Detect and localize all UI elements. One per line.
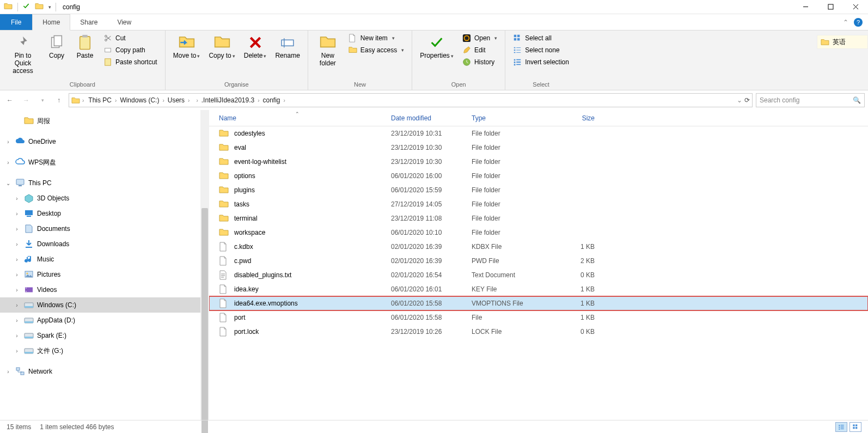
back-button[interactable]: ← [3, 94, 16, 107]
tree-node[interactable]: ›Spark (E:) [0, 328, 200, 343]
tab-view[interactable]: View [107, 14, 141, 30]
twisty-icon[interactable]: › [13, 318, 21, 324]
tree-scrollbar[interactable] [200, 110, 209, 420]
select-all-button[interactable]: Select all [510, 33, 572, 44]
move-to-button[interactable]: Move to▾ [170, 33, 204, 61]
chevron-icon[interactable]: › [161, 97, 165, 103]
file-row[interactable]: disabled_plugins.txt02/01/2020 16:54Text… [209, 268, 868, 282]
col-date[interactable]: Date modified [391, 114, 472, 122]
ribbon-collapse-icon[interactable]: ⌃ [843, 19, 848, 26]
breadcrumb-item[interactable]: config [261, 96, 283, 104]
pin-quick-access-button[interactable]: Pin to Quick access [4, 33, 41, 76]
new-folder-button[interactable]: New folder [313, 33, 343, 69]
tree-node[interactable]: ›Desktop [0, 206, 200, 221]
forward-button[interactable]: → [20, 94, 33, 107]
twisty-icon[interactable]: › [13, 257, 21, 263]
file-row[interactable]: terminal23/12/2019 11:08File folder [209, 211, 868, 225]
tree-node[interactable]: ›文件 (G:) [0, 343, 200, 358]
twisty-icon[interactable]: › [4, 369, 12, 375]
tab-share[interactable]: Share [70, 14, 107, 30]
chevron-icon[interactable]: › [256, 97, 260, 103]
address-bar[interactable]: › This PC›Windows (C:)›Users››.IntelliJI… [69, 93, 753, 107]
chevron-icon[interactable]: › [283, 97, 286, 103]
history-button[interactable]: History [459, 57, 500, 68]
twisty-icon[interactable]: › [13, 241, 21, 247]
file-row[interactable]: port06/01/2020 15:58File1 KB [209, 310, 868, 325]
search-input[interactable]: Search config 🔍 [756, 93, 865, 107]
copy-to-button[interactable]: Copy to▾ [205, 33, 238, 61]
maximize-button[interactable] [818, 0, 843, 14]
open-button[interactable]: Open▾ [459, 33, 500, 44]
twisty-icon[interactable]: › [13, 196, 21, 202]
chevron-icon[interactable]: › [81, 97, 85, 103]
file-row[interactable]: eval23/12/2019 10:30File folder [209, 141, 868, 155]
edit-button[interactable]: Edit [459, 45, 500, 56]
twisty-icon[interactable]: ⌄ [4, 180, 12, 186]
col-size[interactable]: Size [552, 114, 601, 122]
breadcrumb-item[interactable]: This PC [86, 96, 114, 104]
col-type[interactable]: Type [472, 114, 552, 122]
tree-node[interactable]: ›Videos [0, 282, 200, 297]
qat-check-icon[interactable] [22, 2, 30, 11]
file-row[interactable]: idea.key06/01/2020 16:01KEY File1 KB [209, 282, 868, 296]
nav-tree[interactable]: 周报›OneDrive›WPS网盘⌄This PC›3D Objects›Des… [0, 110, 200, 420]
tree-node[interactable]: ›WPS网盘 [0, 155, 200, 170]
language-chip[interactable]: 英语 [817, 35, 868, 49]
twisty-icon[interactable]: › [13, 272, 21, 278]
file-row[interactable]: c.pwd02/01/2020 16:39PWD File2 KB [209, 254, 868, 268]
properties-button[interactable]: Properties▾ [417, 33, 457, 61]
file-row[interactable]: workspace06/01/2020 10:10File folder [209, 225, 868, 240]
easy-access-button[interactable]: Easy access▾ [345, 45, 407, 56]
up-button[interactable]: ↑ [52, 94, 65, 107]
twisty-icon[interactable]: › [13, 287, 21, 293]
close-button[interactable] [843, 0, 868, 14]
file-row[interactable]: options06/01/2020 16:00File folder [209, 169, 868, 183]
file-row[interactable]: port.lock23/12/2019 10:26LOCK File0 KB [209, 325, 868, 339]
chevron-icon[interactable]: › [195, 97, 199, 103]
copy-button[interactable]: Copy [44, 33, 70, 61]
paste-shortcut-button[interactable]: Paste shortcut [100, 57, 161, 68]
tree-node[interactable]: ›Windows (C:) [0, 297, 200, 313]
file-row[interactable]: tasks27/12/2019 14:05File folder [209, 197, 868, 211]
column-headers[interactable]: Name⌃ Date modified Type Size [209, 110, 868, 126]
tree-node[interactable]: ›Documents [0, 221, 200, 236]
file-row[interactable]: plugins06/01/2020 15:59File folder [209, 183, 868, 197]
twisty-icon[interactable]: › [13, 348, 21, 354]
refresh-icon[interactable]: ⟳ [744, 96, 750, 104]
file-row[interactable]: idea64.exe.vmoptions06/01/2020 15:58VMOP… [209, 296, 868, 310]
twisty-icon[interactable]: › [13, 211, 21, 217]
twisty-icon[interactable]: › [4, 160, 12, 166]
file-row[interactable]: event-log-whitelist23/12/2019 10:30File … [209, 155, 868, 169]
invert-selection-button[interactable]: Invert selection [510, 57, 572, 68]
view-details-button[interactable] [835, 422, 847, 432]
view-large-button[interactable] [849, 422, 861, 432]
tree-node[interactable]: 周报 [0, 113, 200, 129]
addr-dropdown-icon[interactable]: ⌄ [737, 96, 742, 104]
tab-file[interactable]: File [0, 14, 32, 30]
qat-folder-icon[interactable] [34, 2, 44, 11]
rename-button[interactable]: Rename [272, 33, 303, 61]
help-icon[interactable]: ? [854, 18, 863, 27]
file-row[interactable]: codestyles23/12/2019 10:31File folder [209, 126, 868, 141]
file-row[interactable]: c.kdbx02/01/2020 16:39KDBX File1 KB [209, 240, 868, 254]
tree-node[interactable]: ⌄This PC [0, 175, 200, 191]
delete-button[interactable]: Delete▾ [241, 33, 270, 61]
tree-node[interactable]: ›Network [0, 364, 200, 379]
tree-node[interactable]: ›Music [0, 252, 200, 267]
tree-node[interactable]: ›Downloads [0, 236, 200, 252]
tree-node[interactable]: ›AppData (D:) [0, 313, 200, 328]
cut-button[interactable]: Cut [100, 33, 161, 44]
breadcrumb-item[interactable]: .IntelliJIdea2019.3 [199, 96, 256, 104]
copy-path-button[interactable]: Copy path [100, 45, 161, 56]
twisty-icon[interactable]: › [13, 333, 21, 339]
tab-home[interactable]: Home [32, 14, 70, 31]
col-name[interactable]: Name⌃ [219, 114, 391, 122]
twisty-icon[interactable]: › [13, 226, 21, 232]
scrollbar-thumb[interactable] [201, 208, 208, 433]
minimize-button[interactable] [793, 0, 818, 14]
recent-dropdown[interactable]: ▾ [36, 94, 49, 107]
tree-node[interactable]: ›OneDrive [0, 134, 200, 149]
tree-node[interactable]: ›3D Objects [0, 191, 200, 206]
qat-dropdown-icon[interactable]: ▾ [48, 4, 51, 10]
select-none-button[interactable]: Select none [510, 45, 572, 56]
